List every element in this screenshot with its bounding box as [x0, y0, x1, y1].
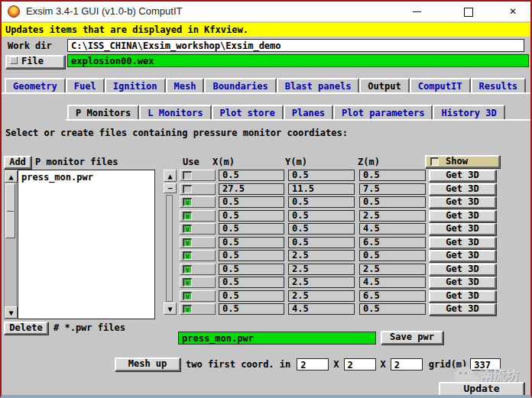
- use-checkbox[interactable]: v: [180, 237, 216, 248]
- monitor-table: 0.50.50.5Get 3D27.511.57.5Get 3Dv0.50.50…: [178, 170, 499, 317]
- update-button[interactable]: Update: [439, 382, 524, 396]
- get-3d-button[interactable]: Get 3D: [429, 264, 496, 276]
- z-input[interactable]: 4.5: [359, 277, 426, 288]
- z-input[interactable]: 6.5: [359, 290, 426, 302]
- y-input[interactable]: 0.5: [288, 170, 355, 181]
- mesh-dim-input[interactable]: 2: [344, 358, 376, 370]
- x-input[interactable]: 0.5: [219, 303, 284, 315]
- z-input[interactable]: 0.5: [359, 170, 426, 181]
- get-3d-button[interactable]: Get 3D: [429, 290, 496, 303]
- get-3d-button[interactable]: Get 3D: [429, 196, 496, 209]
- tab-blast-panels[interactable]: Blast panels: [277, 78, 360, 92]
- files-listbox[interactable]: press_mon.pwr: [18, 170, 155, 319]
- scroll-up-icon[interactable]: ▲: [164, 170, 177, 182]
- use-checkbox[interactable]: [180, 170, 216, 181]
- list-item[interactable]: press_mon.pwr: [18, 170, 154, 183]
- y-input[interactable]: 0.5: [288, 210, 355, 222]
- scroll-up-icon[interactable]: ▲: [5, 170, 18, 183]
- use-checkbox[interactable]: v: [180, 290, 216, 302]
- x-input[interactable]: 27.5: [219, 183, 284, 195]
- x-input[interactable]: 0.5: [219, 210, 284, 222]
- workdir-input[interactable]: C:\ISS_CHINA\Exsim_workshop\Exsim_demo: [67, 39, 524, 52]
- use-checkbox[interactable]: v: [180, 223, 216, 235]
- y-input[interactable]: 2.5: [288, 250, 355, 261]
- tab-ignition[interactable]: Ignition: [105, 78, 166, 92]
- unchecked-icon: [183, 185, 192, 193]
- scrollbar-track[interactable]: [166, 195, 173, 302]
- scroll-down-icon[interactable]: ▼: [5, 306, 18, 319]
- tab-fuel[interactable]: Fuel: [66, 78, 105, 92]
- x-input[interactable]: 0.5: [219, 237, 284, 248]
- y-input[interactable]: 2.5: [288, 277, 355, 288]
- close-button[interactable]: ✕: [504, 4, 522, 19]
- z-input[interactable]: 4.5: [359, 223, 426, 235]
- save-filename-input[interactable]: press_mon.pwr: [178, 332, 376, 345]
- z-input[interactable]: 2.5: [359, 264, 426, 275]
- maximize-button[interactable]: [459, 4, 478, 19]
- y-input[interactable]: 2.5: [288, 264, 355, 275]
- use-checkbox[interactable]: [180, 183, 216, 195]
- maximize-icon: [464, 8, 473, 17]
- z-input[interactable]: 0.5: [359, 250, 426, 261]
- monitor-row: v0.50.54.5Get 3D: [178, 223, 499, 237]
- y-input[interactable]: 0.5: [288, 223, 355, 235]
- x-input[interactable]: 0.5: [219, 170, 284, 181]
- tab-planes[interactable]: Planes: [284, 105, 333, 119]
- add-button[interactable]: Add: [4, 156, 31, 169]
- scrollbar-thumb[interactable]: [5, 183, 15, 238]
- x-input[interactable]: 0.5: [219, 250, 284, 261]
- z-input[interactable]: 2.5: [359, 210, 426, 222]
- get-3d-button[interactable]: Get 3D: [429, 237, 496, 249]
- get-3d-button[interactable]: Get 3D: [429, 277, 496, 289]
- minimize-button[interactable]: [407, 4, 426, 19]
- save-pwr-button[interactable]: Save pwr: [381, 331, 443, 345]
- file-list-scrollbar[interactable]: ▲ ▼: [4, 170, 17, 319]
- x-input[interactable]: 0.5: [219, 264, 284, 275]
- x-input[interactable]: 0.5: [219, 290, 284, 302]
- tab-p-monitors[interactable]: P Monitors: [67, 105, 139, 119]
- get-3d-button[interactable]: Get 3D: [429, 170, 496, 182]
- tab-geometry[interactable]: Geometry: [5, 78, 66, 92]
- y-input[interactable]: 11.5: [288, 183, 355, 195]
- get-3d-button[interactable]: Get 3D: [429, 183, 496, 196]
- get-3d-button[interactable]: Get 3D: [429, 210, 496, 222]
- y-input[interactable]: 4.5: [288, 303, 355, 315]
- x-input[interactable]: 0.5: [219, 196, 284, 208]
- file-name-input[interactable]: explosion00.wex: [67, 54, 529, 67]
- use-checkbox[interactable]: v: [180, 277, 216, 288]
- x-input[interactable]: 0.5: [219, 277, 284, 288]
- tab-history-3d[interactable]: History 3D: [433, 105, 504, 119]
- z-input[interactable]: 6.5: [359, 237, 426, 248]
- tab-boundaries[interactable]: Boundaries: [204, 78, 276, 92]
- y-input[interactable]: 0.5: [288, 237, 355, 248]
- get-3d-button[interactable]: Get 3D: [429, 303, 496, 315]
- mesh-dim-input[interactable]: 2: [297, 358, 329, 370]
- tab-plot-parameters[interactable]: Plot parameters: [333, 105, 433, 119]
- use-checkbox[interactable]: v: [180, 303, 216, 315]
- use-checkbox[interactable]: v: [180, 264, 216, 275]
- y-input[interactable]: 2.5: [288, 290, 355, 302]
- tab-output[interactable]: Output: [359, 78, 409, 92]
- use-checkbox[interactable]: v: [180, 210, 216, 222]
- scroll-down-icon[interactable]: ▼: [164, 303, 177, 315]
- use-checkbox[interactable]: v: [180, 196, 216, 208]
- tab-results[interactable]: Results: [471, 78, 527, 92]
- delete-button[interactable]: Delete: [4, 322, 48, 335]
- z-input[interactable]: 0.5: [359, 196, 426, 208]
- z-input[interactable]: 7.5: [359, 183, 426, 195]
- get-3d-button[interactable]: Get 3D: [429, 223, 496, 235]
- tab-l-monitors[interactable]: L Monitors: [139, 105, 211, 119]
- y-input[interactable]: 0.5: [288, 196, 355, 208]
- tab-computit[interactable]: ComputIT: [410, 78, 471, 92]
- scroll-minus-icon[interactable]: −: [164, 183, 177, 193]
- tab-plot-store[interactable]: Plot store: [212, 105, 284, 119]
- tab-mesh[interactable]: Mesh: [166, 78, 205, 92]
- mesh-dim-input[interactable]: 2: [391, 358, 423, 370]
- get-3d-button[interactable]: Get 3D: [429, 250, 496, 262]
- mesh-up-button[interactable]: Mesh up: [115, 358, 180, 371]
- z-input[interactable]: 0.5: [359, 303, 426, 315]
- x-input[interactable]: 0.5: [219, 223, 284, 235]
- file-button[interactable]: File: [5, 55, 65, 69]
- show-toggle[interactable]: Show: [425, 155, 500, 168]
- use-checkbox[interactable]: v: [180, 250, 216, 261]
